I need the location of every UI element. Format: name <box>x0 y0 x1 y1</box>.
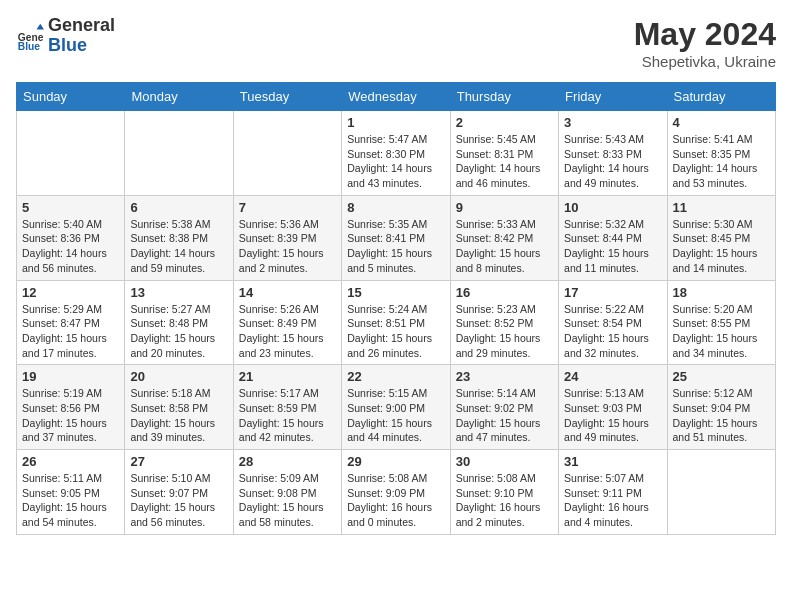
calendar-cell: 29Sunrise: 5:08 AMSunset: 9:09 PMDayligh… <box>342 450 450 535</box>
calendar-week-row: 1Sunrise: 5:47 AMSunset: 8:30 PMDaylight… <box>17 111 776 196</box>
day-info: Sunrise: 5:20 AMSunset: 8:55 PMDaylight:… <box>673 302 770 361</box>
day-info: Sunrise: 5:19 AMSunset: 8:56 PMDaylight:… <box>22 386 119 445</box>
day-info: Sunrise: 5:10 AMSunset: 9:07 PMDaylight:… <box>130 471 227 530</box>
calendar-cell: 24Sunrise: 5:13 AMSunset: 9:03 PMDayligh… <box>559 365 667 450</box>
day-number: 10 <box>564 200 661 215</box>
day-info: Sunrise: 5:17 AMSunset: 8:59 PMDaylight:… <box>239 386 336 445</box>
calendar-cell: 25Sunrise: 5:12 AMSunset: 9:04 PMDayligh… <box>667 365 775 450</box>
day-number: 8 <box>347 200 444 215</box>
day-number: 1 <box>347 115 444 130</box>
calendar-cell: 31Sunrise: 5:07 AMSunset: 9:11 PMDayligh… <box>559 450 667 535</box>
day-number: 20 <box>130 369 227 384</box>
weekday-header: Friday <box>559 83 667 111</box>
weekday-header: Saturday <box>667 83 775 111</box>
day-info: Sunrise: 5:12 AMSunset: 9:04 PMDaylight:… <box>673 386 770 445</box>
svg-text:Blue: Blue <box>18 41 41 50</box>
day-number: 29 <box>347 454 444 469</box>
day-number: 15 <box>347 285 444 300</box>
day-number: 2 <box>456 115 553 130</box>
day-number: 17 <box>564 285 661 300</box>
day-info: Sunrise: 5:27 AMSunset: 8:48 PMDaylight:… <box>130 302 227 361</box>
day-info: Sunrise: 5:14 AMSunset: 9:02 PMDaylight:… <box>456 386 553 445</box>
calendar-cell: 28Sunrise: 5:09 AMSunset: 9:08 PMDayligh… <box>233 450 341 535</box>
day-number: 22 <box>347 369 444 384</box>
day-info: Sunrise: 5:13 AMSunset: 9:03 PMDaylight:… <box>564 386 661 445</box>
day-number: 3 <box>564 115 661 130</box>
day-info: Sunrise: 5:47 AMSunset: 8:30 PMDaylight:… <box>347 132 444 191</box>
calendar-cell: 21Sunrise: 5:17 AMSunset: 8:59 PMDayligh… <box>233 365 341 450</box>
calendar-cell: 17Sunrise: 5:22 AMSunset: 8:54 PMDayligh… <box>559 280 667 365</box>
day-number: 11 <box>673 200 770 215</box>
calendar-cell: 20Sunrise: 5:18 AMSunset: 8:58 PMDayligh… <box>125 365 233 450</box>
day-info: Sunrise: 5:18 AMSunset: 8:58 PMDaylight:… <box>130 386 227 445</box>
day-number: 13 <box>130 285 227 300</box>
day-info: Sunrise: 5:43 AMSunset: 8:33 PMDaylight:… <box>564 132 661 191</box>
calendar-cell: 9Sunrise: 5:33 AMSunset: 8:42 PMDaylight… <box>450 195 558 280</box>
weekday-header: Tuesday <box>233 83 341 111</box>
day-number: 4 <box>673 115 770 130</box>
day-number: 14 <box>239 285 336 300</box>
calendar-cell: 8Sunrise: 5:35 AMSunset: 8:41 PMDaylight… <box>342 195 450 280</box>
calendar-week-row: 26Sunrise: 5:11 AMSunset: 9:05 PMDayligh… <box>17 450 776 535</box>
calendar-cell <box>667 450 775 535</box>
calendar-cell: 12Sunrise: 5:29 AMSunset: 8:47 PMDayligh… <box>17 280 125 365</box>
day-number: 12 <box>22 285 119 300</box>
day-info: Sunrise: 5:40 AMSunset: 8:36 PMDaylight:… <box>22 217 119 276</box>
day-info: Sunrise: 5:26 AMSunset: 8:49 PMDaylight:… <box>239 302 336 361</box>
day-number: 6 <box>130 200 227 215</box>
svg-marker-2 <box>37 24 44 30</box>
day-number: 26 <box>22 454 119 469</box>
day-number: 25 <box>673 369 770 384</box>
day-info: Sunrise: 5:41 AMSunset: 8:35 PMDaylight:… <box>673 132 770 191</box>
day-info: Sunrise: 5:15 AMSunset: 9:00 PMDaylight:… <box>347 386 444 445</box>
calendar-cell: 10Sunrise: 5:32 AMSunset: 8:44 PMDayligh… <box>559 195 667 280</box>
day-info: Sunrise: 5:36 AMSunset: 8:39 PMDaylight:… <box>239 217 336 276</box>
logo-icon: General Blue <box>16 22 44 50</box>
day-number: 21 <box>239 369 336 384</box>
day-info: Sunrise: 5:45 AMSunset: 8:31 PMDaylight:… <box>456 132 553 191</box>
day-info: Sunrise: 5:32 AMSunset: 8:44 PMDaylight:… <box>564 217 661 276</box>
day-number: 23 <box>456 369 553 384</box>
day-info: Sunrise: 5:23 AMSunset: 8:52 PMDaylight:… <box>456 302 553 361</box>
calendar-cell <box>125 111 233 196</box>
weekday-header-row: SundayMondayTuesdayWednesdayThursdayFrid… <box>17 83 776 111</box>
day-number: 5 <box>22 200 119 215</box>
calendar-cell: 26Sunrise: 5:11 AMSunset: 9:05 PMDayligh… <box>17 450 125 535</box>
day-number: 30 <box>456 454 553 469</box>
calendar-cell: 3Sunrise: 5:43 AMSunset: 8:33 PMDaylight… <box>559 111 667 196</box>
weekday-header: Wednesday <box>342 83 450 111</box>
calendar-cell: 16Sunrise: 5:23 AMSunset: 8:52 PMDayligh… <box>450 280 558 365</box>
calendar-cell: 5Sunrise: 5:40 AMSunset: 8:36 PMDaylight… <box>17 195 125 280</box>
calendar-cell <box>233 111 341 196</box>
calendar-cell: 1Sunrise: 5:47 AMSunset: 8:30 PMDaylight… <box>342 111 450 196</box>
day-number: 24 <box>564 369 661 384</box>
day-info: Sunrise: 5:22 AMSunset: 8:54 PMDaylight:… <box>564 302 661 361</box>
calendar-cell: 27Sunrise: 5:10 AMSunset: 9:07 PMDayligh… <box>125 450 233 535</box>
day-number: 9 <box>456 200 553 215</box>
day-number: 19 <box>22 369 119 384</box>
calendar-cell: 6Sunrise: 5:38 AMSunset: 8:38 PMDaylight… <box>125 195 233 280</box>
location: Shepetivka, Ukraine <box>634 53 776 70</box>
day-info: Sunrise: 5:38 AMSunset: 8:38 PMDaylight:… <box>130 217 227 276</box>
day-number: 16 <box>456 285 553 300</box>
title-block: May 2024 Shepetivka, Ukraine <box>634 16 776 70</box>
day-number: 27 <box>130 454 227 469</box>
day-number: 18 <box>673 285 770 300</box>
day-info: Sunrise: 5:11 AMSunset: 9:05 PMDaylight:… <box>22 471 119 530</box>
logo-text: General Blue <box>48 16 115 56</box>
weekday-header: Sunday <box>17 83 125 111</box>
calendar-cell: 2Sunrise: 5:45 AMSunset: 8:31 PMDaylight… <box>450 111 558 196</box>
calendar-cell: 14Sunrise: 5:26 AMSunset: 8:49 PMDayligh… <box>233 280 341 365</box>
day-info: Sunrise: 5:08 AMSunset: 9:10 PMDaylight:… <box>456 471 553 530</box>
day-info: Sunrise: 5:30 AMSunset: 8:45 PMDaylight:… <box>673 217 770 276</box>
page-header: General Blue General Blue May 2024 Shepe… <box>16 16 776 70</box>
month-year: May 2024 <box>634 16 776 53</box>
day-number: 31 <box>564 454 661 469</box>
weekday-header: Monday <box>125 83 233 111</box>
day-number: 28 <box>239 454 336 469</box>
day-info: Sunrise: 5:33 AMSunset: 8:42 PMDaylight:… <box>456 217 553 276</box>
day-info: Sunrise: 5:09 AMSunset: 9:08 PMDaylight:… <box>239 471 336 530</box>
calendar-cell: 30Sunrise: 5:08 AMSunset: 9:10 PMDayligh… <box>450 450 558 535</box>
weekday-header: Thursday <box>450 83 558 111</box>
calendar-cell: 13Sunrise: 5:27 AMSunset: 8:48 PMDayligh… <box>125 280 233 365</box>
